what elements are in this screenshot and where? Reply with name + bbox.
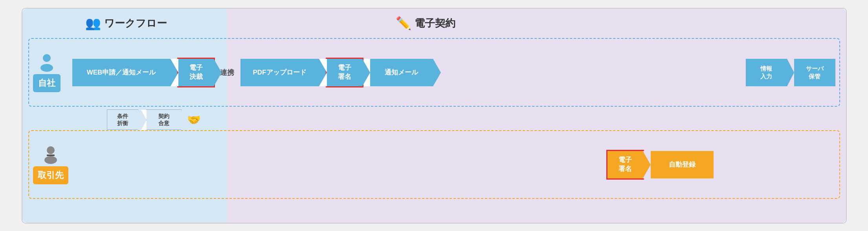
arrow-server-hokan: サーバ保管 [794, 59, 835, 86]
torihiki-label: 取引先 [33, 166, 68, 184]
jisha-label: 自社 [33, 74, 61, 92]
svg-point-0 [43, 54, 51, 62]
svg-point-1 [40, 64, 53, 72]
workflow-title: ワークフロー [104, 16, 167, 30]
torihiki-right-flow: 電子署名 自動登録 [607, 151, 714, 178]
label-joken: 条件折衝 [117, 113, 128, 127]
sub-flow-area: 条件折衝 契約合意 🤝 [107, 109, 201, 130]
svg-rect-3 [47, 155, 55, 156]
arrow-label-tsuchi: 通知メール [385, 68, 418, 77]
label-keiyaku: 契約合意 [158, 113, 169, 127]
arrow-denshi-shomei-torihiki: 電子署名 [607, 151, 643, 178]
arrow-joho-nyuryoku: 情報入力 [746, 59, 787, 86]
main-container: 👥 ワークフロー ✏️ 電子契約 自社 WEB申請／通知メール [22, 8, 847, 224]
arrow-keiyaku-goi: 契約合意 [146, 109, 182, 130]
contract-title: 電子契約 [415, 16, 455, 30]
label-joho: 情報入力 [760, 65, 772, 80]
arrow-label-kessai: 電子決裁 [189, 64, 203, 81]
label-jido: 自動登録 [669, 160, 696, 169]
arrow-denshi-kessai: 電子決裁 [178, 59, 214, 86]
arrow-web-request: WEB申請／通知メール [72, 59, 171, 86]
torihiki-row: 取引先 電子署名 自動登録 [28, 130, 840, 199]
arrow-label-web: WEB申請／通知メール [87, 68, 156, 77]
arrow-denshi-shomei-jisha: 電子署名 [327, 59, 362, 86]
contract-icon: ✏️ [396, 16, 411, 31]
arrow-label-pdf: PDFアップロード [253, 68, 306, 77]
arrow-jido-toroku: 自動登録 [651, 151, 714, 178]
arrow-pdf-upload: PDFアップロード [240, 59, 319, 86]
person-icon-jisha [37, 53, 56, 72]
workflow-header: 👥 ワークフロー [85, 16, 167, 31]
svg-point-2 [47, 146, 55, 154]
arrow-joken-sesho: 条件折衝 [107, 109, 138, 130]
workflow-icon: 👥 [85, 16, 101, 31]
connector-renkei: 連携 [220, 68, 234, 77]
arrow-label-shomei-j: 電子署名 [338, 64, 351, 81]
person-icon-torihiki [41, 145, 60, 164]
arrow-tsuchi-mail: 通知メール [370, 59, 433, 86]
svg-point-4 [44, 156, 57, 164]
label-server: サーバ保管 [806, 65, 824, 80]
contract-header: ✏️ 電子契約 [396, 16, 455, 31]
label-shomei-t: 電子署名 [618, 156, 632, 173]
jisha-row: 自社 WEB申請／通知メール 電子決裁 連携 [28, 38, 840, 107]
handshake-icon: 🤝 [187, 113, 201, 126]
